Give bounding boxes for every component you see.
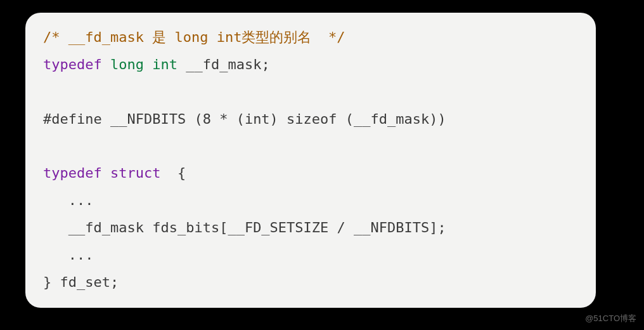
watermark: @51CTO博客	[585, 310, 636, 326]
comment-close: */	[328, 29, 345, 45]
define-line: #define __NFDBITS (8 * (int) sizeof (__f…	[43, 111, 446, 127]
keyword-typedef: typedef	[43, 165, 102, 181]
code-block: /* __fd_mask 是 long int类型的别名 */ typedef …	[25, 13, 596, 308]
code-content: /* __fd_mask 是 long int类型的别名 */ typedef …	[43, 24, 578, 296]
keyword-struct: struct	[110, 165, 160, 181]
struct-member-line: __fd_mask fds_bits[__FD_SETSIZE / __NFDB…	[43, 220, 446, 235]
typedef-name: __fd_mask;	[177, 56, 270, 72]
comment-line: /* __fd_mask 是 long int类型的别名 */	[43, 29, 345, 45]
ellipsis-line: ...	[43, 247, 93, 263]
struct-brace: {	[160, 165, 186, 181]
type-int: int	[152, 56, 177, 72]
keyword-typedef: typedef	[43, 56, 102, 72]
ellipsis-line: ...	[43, 192, 93, 208]
comment-open: /*	[43, 29, 68, 45]
type-long: long	[110, 56, 144, 72]
struct-close-line: } fd_set;	[43, 274, 119, 290]
comment-body: __fd_mask 是 long int类型的别名	[68, 29, 328, 45]
